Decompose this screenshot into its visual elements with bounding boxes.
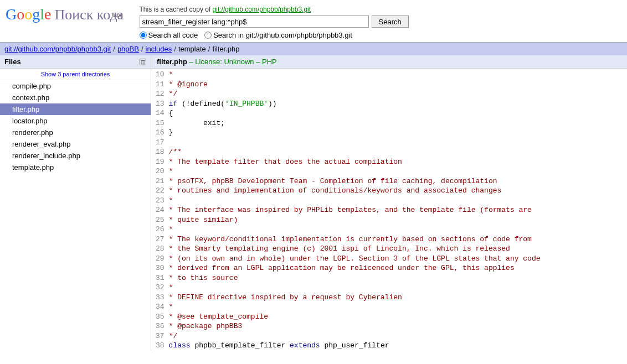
code-line: * routines and implementation of conditi… bbox=[169, 186, 541, 196]
code-line: * (on its own and in whole) under the LG… bbox=[169, 254, 541, 264]
line-number: 18 bbox=[156, 147, 165, 157]
breadcrumb-segment: filter.php bbox=[212, 45, 239, 53]
line-number: 35 bbox=[156, 312, 165, 322]
search-row: Search bbox=[140, 15, 621, 28]
line-number: 17 bbox=[156, 138, 165, 148]
cached-notice: This is a cached copy of git://github.co… bbox=[140, 6, 621, 13]
code-viewer: 1011121314151617181920212223242526272829… bbox=[151, 69, 627, 351]
line-number: 22 bbox=[156, 186, 165, 196]
line-number: 12 bbox=[156, 89, 165, 99]
line-number: 10 bbox=[156, 70, 165, 80]
code-line: * bbox=[169, 70, 541, 80]
search-scope-radios: Search all code Search in git://github.c… bbox=[140, 31, 621, 39]
file-list-item[interactable]: context.php bbox=[0, 92, 151, 103]
header: Google Поиск кода labs This is a cached … bbox=[0, 0, 627, 42]
code-line bbox=[169, 138, 541, 148]
code-line: * psoTFX, phpBB Development Team - Compl… bbox=[169, 176, 541, 186]
breadcrumb-segment: template bbox=[178, 45, 206, 53]
code-line: * The keyword/conditional implementation… bbox=[169, 235, 541, 245]
line-number: 27 bbox=[156, 235, 165, 245]
file-list-item[interactable]: template.php bbox=[0, 162, 151, 173]
code-line: * bbox=[169, 283, 541, 293]
line-number: 26 bbox=[156, 225, 165, 235]
line-number: 24 bbox=[156, 205, 165, 215]
code-line: * quite similar) bbox=[169, 215, 541, 225]
content: Files ◫ Show 3 parent directories compil… bbox=[0, 55, 627, 351]
files-panel-header: Files ◫ bbox=[0, 55, 151, 69]
radio-this-repo[interactable]: Search in git://github.com/phpbb/phpbb3.… bbox=[204, 31, 352, 39]
file-list-item[interactable]: filter.php bbox=[0, 103, 151, 115]
code-line: * @ignore bbox=[169, 80, 541, 90]
radio-all-code[interactable]: Search all code bbox=[140, 31, 198, 39]
code-line: * bbox=[169, 196, 541, 206]
line-number: 19 bbox=[156, 157, 165, 167]
line-number: 21 bbox=[156, 176, 165, 186]
code-line: class phpbb_template_filter extends php_… bbox=[169, 341, 541, 351]
line-number: 32 bbox=[156, 283, 165, 293]
code-line: * bbox=[169, 225, 541, 235]
radio-all-code-input[interactable] bbox=[140, 32, 147, 39]
line-number: 28 bbox=[156, 244, 165, 254]
line-number-gutter: 1011121314151617181920212223242526272829… bbox=[151, 70, 169, 351]
line-number: 31 bbox=[156, 273, 165, 283]
file-list-item[interactable]: renderer_eval.php bbox=[0, 138, 151, 150]
code-line: * @package phpBB3 bbox=[169, 321, 541, 331]
line-number: 14 bbox=[156, 108, 165, 118]
file-list-item[interactable]: compile.php bbox=[0, 80, 151, 92]
code-line: * derived from an LGPL application may b… bbox=[169, 263, 541, 273]
breadcrumb-segment[interactable]: phpBB bbox=[117, 45, 139, 53]
code-line: */ bbox=[169, 331, 541, 341]
code-content: ** @ignore*/if (!defined('IN_PHPBB')){ e… bbox=[169, 70, 546, 351]
code-line: if (!defined('IN_PHPBB')) bbox=[169, 99, 541, 109]
cached-prefix: This is a cached copy of bbox=[140, 6, 213, 13]
line-number: 34 bbox=[156, 302, 165, 312]
search-area: This is a cached copy of git://github.co… bbox=[140, 6, 621, 39]
file-list-item[interactable]: renderer_include.php bbox=[0, 150, 151, 162]
file-list-item[interactable]: locator.php bbox=[0, 115, 151, 127]
code-line: * the Smarty templating engine (c) 2001 … bbox=[169, 244, 541, 254]
code-line: exit; bbox=[169, 118, 541, 128]
code-line: * @see template_compile bbox=[169, 312, 541, 322]
main-panel: filter.php – License: Unknown – PHP 1011… bbox=[151, 55, 627, 351]
line-number: 33 bbox=[156, 293, 165, 303]
line-number: 15 bbox=[156, 118, 165, 128]
line-number: 30 bbox=[156, 263, 165, 273]
search-input[interactable] bbox=[140, 15, 369, 28]
code-line: * DEFINE directive inspired by a request… bbox=[169, 293, 541, 303]
files-panel-title: Files bbox=[4, 58, 21, 66]
code-line: { bbox=[169, 108, 541, 118]
logo-labs-badge: labs bbox=[112, 12, 122, 18]
line-number: 29 bbox=[156, 254, 165, 264]
code-line: */ bbox=[169, 89, 541, 99]
code-line: * bbox=[169, 302, 541, 312]
breadcrumb-segment[interactable]: includes bbox=[146, 45, 172, 53]
code-line: /** bbox=[169, 147, 541, 157]
search-button[interactable]: Search bbox=[372, 15, 409, 28]
code-line: } bbox=[169, 128, 541, 138]
line-number: 16 bbox=[156, 128, 165, 138]
license-info: – License: Unknown – PHP bbox=[187, 58, 277, 66]
radio-this-repo-input[interactable] bbox=[204, 32, 212, 39]
line-number: 20 bbox=[156, 167, 165, 176]
file-title-bar: filter.php – License: Unknown – PHP bbox=[151, 55, 627, 69]
show-parent-dirs-link[interactable]: Show 3 parent directories bbox=[0, 69, 151, 80]
code-line: * The interface was inspired by PHPLib t… bbox=[169, 205, 541, 215]
collapse-icon[interactable]: ◫ bbox=[140, 59, 146, 65]
logo[interactable]: Google Поиск кода labs bbox=[6, 6, 134, 23]
line-number: 13 bbox=[156, 99, 165, 109]
line-number: 23 bbox=[156, 196, 165, 206]
file-list-item[interactable]: renderer.php bbox=[0, 127, 151, 138]
code-line: * to this source bbox=[169, 273, 541, 283]
line-number: 11 bbox=[156, 80, 165, 90]
line-number: 25 bbox=[156, 215, 165, 225]
line-number: 38 bbox=[156, 341, 165, 351]
current-filename: filter.php bbox=[157, 58, 187, 66]
code-line: * bbox=[169, 167, 541, 176]
sidebar: Files ◫ Show 3 parent directories compil… bbox=[0, 55, 151, 351]
breadcrumb: git://github.com/phpbb/phpbb3.git/phpBB/… bbox=[0, 42, 627, 55]
google-logo-text: Google bbox=[6, 6, 51, 23]
cached-url-link[interactable]: git://github.com/phpbb/phpbb3.git bbox=[213, 6, 311, 13]
breadcrumb-segment[interactable]: git://github.com/phpbb/phpbb3.git bbox=[4, 45, 111, 53]
file-list: compile.phpcontext.phpfilter.phplocator.… bbox=[0, 80, 151, 173]
code-line: * The template filter that does the actu… bbox=[169, 157, 541, 167]
